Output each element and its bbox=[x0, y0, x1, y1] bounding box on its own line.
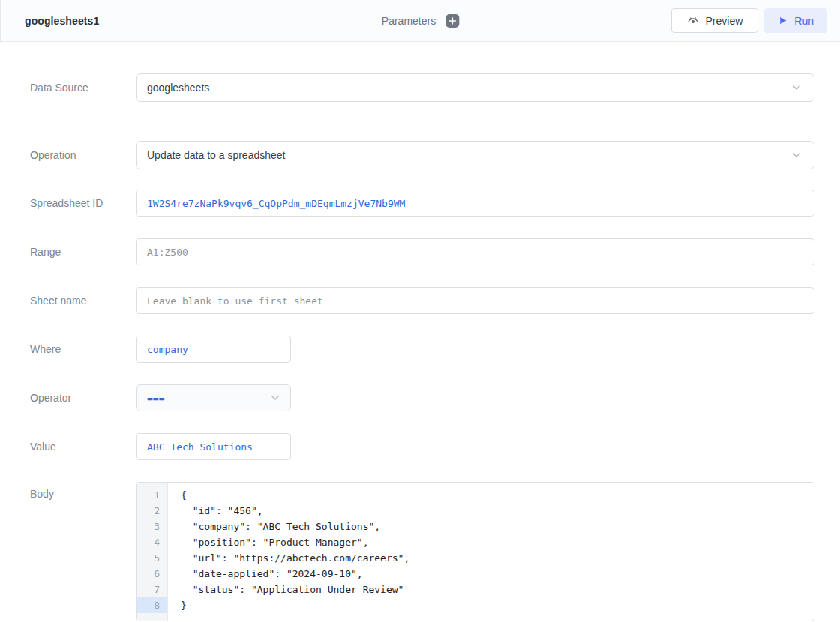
field-row-spreadsheet-id: Spreadsheet ID bbox=[30, 190, 814, 217]
value-label: Value bbox=[30, 441, 136, 453]
body-label: Body bbox=[30, 482, 136, 500]
run-button[interactable]: Run bbox=[764, 8, 827, 33]
code-line[interactable]: "url": "https://abctech.com/careers", bbox=[181, 550, 814, 566]
field-row-value: Value bbox=[30, 433, 814, 460]
field-row-where: Where bbox=[30, 336, 814, 363]
code-line[interactable]: "id": "456", bbox=[181, 503, 814, 519]
code-line[interactable]: } bbox=[181, 597, 814, 613]
range-label: Range bbox=[30, 246, 136, 258]
code-line[interactable]: "position": "Product Manager", bbox=[181, 534, 814, 550]
operation-label: Operation bbox=[30, 149, 136, 161]
line-number: 1 bbox=[136, 487, 167, 503]
spreadsheet-id-label: Spreadsheet ID bbox=[30, 197, 136, 209]
preview-button[interactable]: Preview bbox=[671, 8, 759, 33]
body-editor-gutter: 12345678 bbox=[136, 483, 168, 621]
parameters-section: Parameters bbox=[382, 0, 459, 41]
chevron-down-icon bbox=[791, 150, 802, 160]
header-actions: Preview Run bbox=[671, 8, 827, 33]
eye-icon bbox=[687, 15, 699, 27]
field-row-sheet-name: Sheet name bbox=[30, 287, 814, 314]
plus-icon bbox=[448, 17, 456, 25]
code-line[interactable]: "status": "Application Under Review" bbox=[181, 582, 814, 597]
line-number: 4 bbox=[136, 534, 167, 550]
field-row-operation: Operation Update data to a spreadsheet bbox=[30, 141, 814, 169]
line-number: 3 bbox=[136, 519, 167, 534]
data-source-select[interactable]: googlesheets bbox=[136, 73, 814, 102]
operation-value: Update data to a spreadsheet bbox=[147, 149, 285, 161]
data-source-value: googlesheets bbox=[147, 82, 209, 94]
range-input[interactable] bbox=[136, 238, 814, 265]
field-row-operator: Operator === bbox=[30, 384, 814, 411]
parameters-label: Parameters bbox=[382, 15, 436, 27]
sheet-name-label: Sheet name bbox=[30, 295, 136, 307]
field-row-body: Body 12345678 { "id": "456", "company": … bbox=[30, 482, 814, 621]
spreadsheet-id-input[interactable] bbox=[136, 190, 814, 217]
code-line[interactable]: { bbox=[181, 487, 814, 503]
run-button-label: Run bbox=[794, 15, 814, 27]
operator-select[interactable]: === bbox=[136, 384, 291, 411]
line-number: 5 bbox=[136, 550, 167, 566]
operator-value: === bbox=[147, 393, 164, 404]
operator-label: Operator bbox=[30, 392, 136, 404]
chevron-down-icon bbox=[791, 82, 802, 93]
preview-button-label: Preview bbox=[706, 15, 743, 27]
line-number: 7 bbox=[136, 582, 167, 597]
line-number: 8 bbox=[136, 597, 167, 613]
body-code-editor[interactable]: 12345678 { "id": "456", "company": "ABC … bbox=[136, 482, 814, 621]
add-parameter-button[interactable] bbox=[446, 14, 459, 28]
code-line[interactable]: "date-applied": "2024-09-10", bbox=[181, 566, 814, 582]
query-editor-panel: googlesheets1 Parameters Preview bbox=[0, 0, 840, 622]
field-row-range: Range bbox=[30, 238, 814, 265]
line-number: 2 bbox=[136, 503, 167, 519]
sheet-name-input[interactable] bbox=[136, 287, 814, 314]
chevron-down-icon bbox=[270, 393, 280, 403]
value-input[interactable] bbox=[136, 433, 291, 460]
query-header: googlesheets1 Parameters Preview bbox=[0, 0, 840, 42]
where-input[interactable] bbox=[136, 336, 291, 363]
body-editor-code[interactable]: { "id": "456", "company": "ABC Tech Solu… bbox=[168, 483, 814, 621]
code-line[interactable]: "company": "ABC Tech Solutions", bbox=[181, 519, 814, 534]
line-number: 6 bbox=[136, 566, 167, 582]
play-icon bbox=[778, 16, 788, 25]
query-form: Data Source googlesheets Operation Updat… bbox=[0, 42, 840, 622]
where-label: Where bbox=[30, 343, 136, 355]
data-source-label: Data Source bbox=[30, 82, 136, 94]
field-row-data-source: Data Source googlesheets bbox=[30, 73, 814, 102]
operation-select[interactable]: Update data to a spreadsheet bbox=[136, 141, 814, 169]
query-name[interactable]: googlesheets1 bbox=[25, 15, 99, 27]
